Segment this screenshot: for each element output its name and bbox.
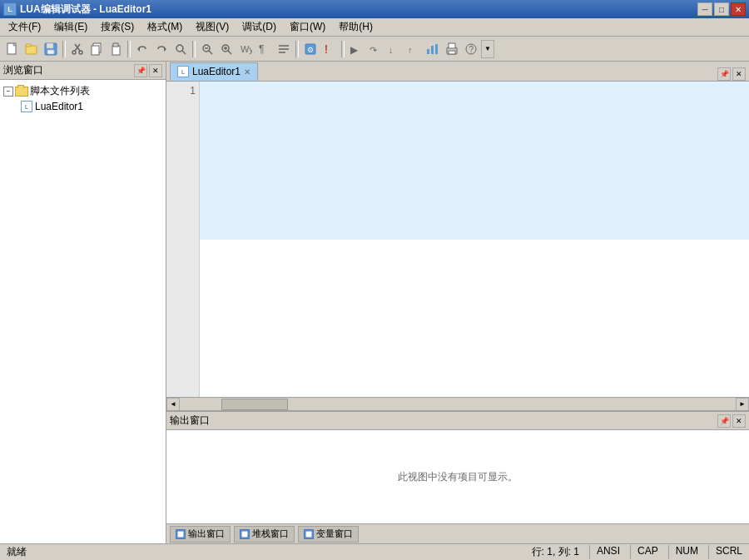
lua-file-icon: L (20, 100, 33, 113)
maximize-button[interactable]: □ (714, 2, 729, 16)
toolbar-zoom-out-btn[interactable] (198, 40, 216, 58)
toolbar-separator-5 (341, 41, 345, 57)
menu-debug[interactable]: 调试(D) (236, 18, 283, 36)
output-tab-icon-0 (176, 529, 186, 539)
output-close-btn[interactable]: ✕ (732, 414, 746, 428)
output-tab-label-0: 输出窗口 (188, 528, 225, 540)
output-tab-stack[interactable]: 堆栈窗口 (234, 526, 295, 543)
toolbar-separator-2 (127, 41, 131, 57)
scroll-track[interactable] (180, 398, 736, 411)
menu-edit[interactable]: 编辑(E) (47, 18, 94, 36)
output-title: 输出窗口 (170, 414, 210, 428)
tab-bar-right: 📌 ✕ (717, 67, 749, 81)
left-panel-pin-btn[interactable]: 📌 (134, 64, 147, 77)
toolbar-find-btn[interactable] (171, 40, 190, 58)
status-bar: 就绪 行: 1, 列: 1 ANSI CAP NUM SCRL (0, 543, 749, 560)
output-tab-label-1: 堆栈窗口 (252, 528, 289, 540)
horizontal-scrollbar: ◄ ► (166, 397, 749, 410)
toolbar-show-all-btn[interactable]: ¶ (255, 40, 274, 58)
left-panel-close-btn[interactable]: ✕ (149, 64, 162, 77)
svg-rect-5 (47, 43, 53, 48)
toolbar-step-out-btn[interactable]: ↑ (404, 40, 423, 58)
toolbar-help-btn[interactable]: ? (462, 40, 480, 58)
title-bar: L LUA编辑调试器 - LuaEditor1 ─ □ ✕ (0, 0, 749, 18)
menu-format[interactable]: 格式(M) (141, 18, 189, 36)
editor-text-area[interactable] (200, 240, 749, 398)
output-pin-btn[interactable]: 📌 (717, 414, 731, 428)
status-num: NUM (668, 545, 698, 559)
window-title: LUA编辑调试器 - LuaEditor1 (20, 2, 151, 17)
minimize-button[interactable]: ─ (697, 2, 712, 16)
tree-toggle[interactable]: − (3, 87, 13, 97)
toolbar-redo-btn[interactable] (152, 40, 171, 58)
line-numbers: 1 (166, 82, 200, 397)
output-tab-icon-2 (304, 529, 314, 539)
output-header: 输出窗口 📌 ✕ (166, 412, 749, 430)
editor-close-btn[interactable]: ✕ (732, 67, 746, 81)
svg-point-10 (79, 51, 82, 54)
toolbar-copy-btn[interactable] (87, 40, 106, 58)
scroll-left-btn[interactable]: ◄ (166, 398, 180, 411)
toolbar-run-btn[interactable]: ▶ (347, 40, 365, 58)
editor-pin-btn[interactable]: 📌 (717, 67, 731, 81)
toolbar-paste-btn[interactable] (107, 40, 125, 58)
editor-tab[interactable]: L LuaEditor1 ✕ (170, 62, 258, 81)
tree-child-item[interactable]: L LuaEditor1 (20, 99, 162, 114)
menu-view[interactable]: 视图(V) (189, 18, 236, 36)
editor-active-line[interactable] (200, 82, 749, 240)
toolbar-align-btn[interactable] (275, 40, 293, 58)
toolbar-chart-btn[interactable] (424, 40, 442, 58)
toolbar-error-btn[interactable]: ! (320, 40, 339, 58)
menu-help[interactable]: 帮助(H) (332, 18, 379, 36)
svg-rect-48 (305, 531, 312, 538)
menu-window[interactable]: 窗口(W) (283, 18, 332, 36)
status-right: 行: 1, 列: 1 ANSI CAP NUM SCRL (532, 545, 742, 559)
tree-root-item[interactable]: − 脚本文件列表 (3, 83, 162, 99)
svg-text:¶: ¶ (259, 43, 264, 55)
svg-rect-14 (113, 43, 118, 47)
editor-content: 1 (166, 82, 749, 397)
svg-rect-46 (177, 531, 184, 538)
toolbar-open-btn[interactable] (22, 40, 41, 58)
left-panel-content: − 脚本文件列表 L LuaEditor1 (0, 80, 166, 543)
tab-bar-left: L LuaEditor1 ✕ (170, 62, 258, 81)
svg-text:↷: ↷ (370, 45, 377, 55)
output-empty-message: 此视图中没有项目可显示。 (398, 470, 518, 484)
toolbar: Wy ¶ ⚙ ! ▶ ↷ ↓ ↑ ? ▼ (0, 37, 749, 62)
toolbar-cut-btn[interactable] (68, 40, 87, 58)
main-area: 浏览窗口 📌 ✕ − 脚本文件列表 L (0, 62, 749, 543)
editor-area: L LuaEditor1 ✕ 📌 ✕ 1 (166, 62, 749, 410)
svg-line-23 (228, 51, 231, 54)
toolbar-more-btn[interactable]: ▼ (481, 40, 494, 58)
toolbar-undo-btn[interactable] (133, 40, 151, 58)
svg-rect-39 (431, 46, 434, 54)
menu-search[interactable]: 搜索(S) (94, 18, 141, 36)
toolbar-save-btn[interactable] (42, 40, 60, 58)
output-area: 输出窗口 📌 ✕ 此视图中没有项目可显示。 输出窗口 (166, 410, 749, 543)
app-icon: L (3, 2, 17, 16)
scroll-thumb[interactable] (221, 399, 288, 410)
line-number-1: 1 (166, 85, 196, 97)
toolbar-step-over-btn[interactable]: ↷ (366, 40, 384, 58)
close-button[interactable]: ✕ (731, 2, 746, 16)
tab-label: LuaEditor1 (192, 66, 241, 77)
svg-line-18 (182, 51, 186, 54)
left-panel-title: 浏览窗口 (3, 63, 43, 77)
toolbar-step-into-btn[interactable]: ↓ (385, 40, 404, 58)
output-tab-vars[interactable]: 变量窗口 (298, 526, 359, 543)
toolbar-compile-btn[interactable]: ⚙ (301, 40, 320, 58)
output-tab-output[interactable]: 输出窗口 (170, 526, 231, 543)
toolbar-zoom-in-btn[interactable] (217, 40, 236, 58)
toolbar-word-wrap-btn[interactable]: Wy (236, 40, 255, 58)
tab-close-btn[interactable]: ✕ (244, 67, 250, 77)
svg-text:?: ? (469, 45, 474, 54)
toolbar-new-btn[interactable] (3, 40, 22, 58)
status-text: 就绪 (7, 545, 27, 559)
toolbar-print-btn[interactable] (443, 40, 461, 58)
toolbar-separator-4 (295, 41, 299, 57)
scroll-right-btn[interactable]: ► (736, 398, 749, 411)
menu-file[interactable]: 文件(F) (2, 18, 47, 36)
tree-root-label: 脚本文件列表 (30, 84, 90, 98)
svg-text:▶: ▶ (350, 44, 359, 56)
svg-rect-43 (449, 51, 455, 54)
